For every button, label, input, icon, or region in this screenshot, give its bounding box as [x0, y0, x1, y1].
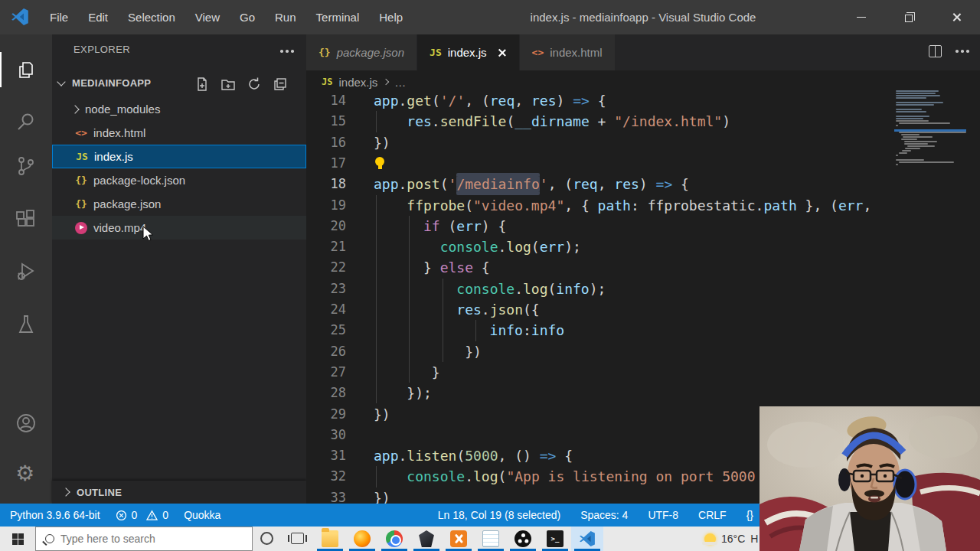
- search-input[interactable]: [60, 533, 237, 545]
- tree-item-index.js[interactable]: JSindex.js: [52, 145, 306, 168]
- folder-section-header[interactable]: MEDIAINFOAPP: [52, 73, 306, 96]
- close-button[interactable]: [933, 0, 980, 34]
- status-item-1[interactable]: Spaces: 4: [580, 509, 628, 521]
- tab-index.js[interactable]: JSindex.js: [417, 34, 519, 70]
- menu-edit[interactable]: Edit: [78, 0, 118, 34]
- js-file-icon: JS: [322, 77, 332, 87]
- start-button[interactable]: [0, 527, 35, 551]
- explorer-more-actions-icon[interactable]: [280, 50, 294, 53]
- code-token: .: [399, 176, 407, 192]
- source-control-icon[interactable]: [15, 155, 37, 177]
- tab-package.json[interactable]: {}package.json: [306, 34, 416, 70]
- settings-gear-icon[interactable]: ⚙: [15, 463, 37, 484]
- menu-help[interactable]: Help: [369, 0, 413, 34]
- explorer-icon[interactable]: [15, 60, 37, 81]
- tree-item-index.html[interactable]: <>index.html: [52, 121, 306, 145]
- indent-guide: [376, 299, 377, 320]
- window-title: index.js - mediainfoapp - Visual Studio …: [531, 0, 756, 34]
- menu-terminal[interactable]: Terminal: [306, 0, 370, 34]
- indent-guide: [409, 279, 410, 299]
- code-line-28[interactable]: });: [374, 383, 894, 403]
- menu-go[interactable]: Go: [230, 0, 265, 34]
- accounts-icon[interactable]: [15, 412, 37, 434]
- tree-item-package-lock.json[interactable]: {}package-lock.json: [52, 168, 306, 192]
- chevron-down-icon: [57, 77, 65, 86]
- taskbar-weather[interactable]: 16°C H: [704, 527, 758, 551]
- taskbar-xampp[interactable]: [443, 527, 475, 551]
- problems-item[interactable]: 0 0: [116, 509, 169, 521]
- code-token: console: [440, 239, 498, 255]
- code-line-19[interactable]: ffprobe("video.mp4", { path: ffprobestat…: [374, 195, 894, 216]
- task-view-icon[interactable]: [291, 533, 304, 544]
- search-icon[interactable]: [15, 111, 37, 132]
- status-item-4[interactable]: {}: [746, 509, 753, 521]
- code-line-15[interactable]: res.sendFile(__dirname + "/index.html"): [374, 111, 894, 132]
- minimap[interactable]: [894, 90, 966, 213]
- taskbar-obsidian[interactable]: [410, 527, 443, 551]
- tree-item-node_modules[interactable]: node_modules: [52, 97, 306, 121]
- cortana-icon[interactable]: [260, 532, 273, 545]
- collapse-folders-icon[interactable]: [273, 77, 288, 92]
- code-line-21[interactable]: console.log(err);: [374, 236, 894, 257]
- code-line-23[interactable]: console.log(info);: [374, 279, 894, 299]
- file-name: index.js: [94, 150, 133, 163]
- minimap-line: [896, 155, 898, 156]
- quokka-item[interactable]: Quokka: [184, 509, 220, 521]
- minimap-line: [896, 164, 898, 165]
- code-line-26[interactable]: }): [374, 341, 894, 362]
- code-line-17[interactable]: [374, 153, 894, 174]
- taskbar-chrome[interactable]: [378, 527, 410, 551]
- testing-icon[interactable]: [15, 314, 37, 335]
- taskbar-obs[interactable]: [507, 527, 539, 551]
- code-line-16[interactable]: }): [374, 132, 894, 153]
- outline-section[interactable]: OUTLINE: [52, 481, 306, 504]
- json-file-icon: {}: [318, 47, 331, 58]
- taskbar-file-explorer[interactable]: [314, 527, 346, 551]
- new-file-icon[interactable]: [194, 77, 210, 92]
- refresh-icon[interactable]: [247, 77, 262, 92]
- menu-run[interactable]: Run: [265, 0, 306, 34]
- code-token: info: [490, 322, 523, 338]
- minimize-button[interactable]: [838, 0, 885, 34]
- extensions-icon[interactable]: [15, 209, 37, 230]
- taskbar-vscode[interactable]: [571, 527, 603, 551]
- taskbar-notepad[interactable]: [475, 527, 507, 551]
- editor-more-actions-icon[interactable]: [956, 50, 969, 53]
- status-item-0[interactable]: Ln 18, Col 19 (8 selected): [438, 509, 560, 521]
- line-number-24: 24: [306, 299, 346, 320]
- split-editor-icon[interactable]: [929, 45, 942, 57]
- code-token: req: [573, 176, 598, 192]
- lightbulb-icon[interactable]: [375, 157, 384, 166]
- tree-item-package.json[interactable]: {}package.json: [52, 192, 306, 216]
- menu-view[interactable]: View: [185, 0, 230, 34]
- taskbar-search[interactable]: [35, 527, 253, 551]
- menu-file[interactable]: File: [40, 0, 78, 34]
- taskbar-firefox[interactable]: [346, 527, 378, 551]
- new-folder-icon[interactable]: [220, 77, 236, 92]
- breadcrumb-more[interactable]: …: [394, 76, 406, 89]
- status-item-2[interactable]: UTF-8: [648, 509, 678, 521]
- python-version-item[interactable]: Python 3.9.6 64-bit: [10, 509, 100, 521]
- tab-index.html[interactable]: <>index.html: [520, 34, 615, 70]
- code-line-22[interactable]: } else {: [374, 257, 894, 278]
- minimap-line: [905, 148, 920, 149]
- taskbar-terminal[interactable]: >_: [539, 527, 571, 551]
- code-token: (: [432, 93, 440, 109]
- menu-selection[interactable]: Selection: [118, 0, 185, 34]
- code-line-24[interactable]: res.json({: [374, 299, 894, 320]
- status-item-3[interactable]: CRLF: [698, 509, 727, 521]
- code-line-20[interactable]: if (err) {: [374, 216, 894, 236]
- close-icon: [952, 12, 962, 22]
- breadcrumb-file[interactable]: index.js: [338, 76, 377, 89]
- run-debug-icon[interactable]: [15, 261, 37, 282]
- tree-item-video.mp4[interactable]: video.mp4: [52, 216, 306, 240]
- minimap-line: [896, 118, 923, 119]
- taskbar-apps: >_: [314, 527, 603, 551]
- editor-gutter: 1415161718192021222324252627282930313233: [306, 90, 374, 504]
- code-line-25[interactable]: info:info: [374, 320, 894, 341]
- code-line-27[interactable]: }: [374, 362, 894, 383]
- code-line-14[interactable]: app.get('/', (req, res) => {: [374, 90, 894, 111]
- code-line-18[interactable]: app.post('/mediainfo', (req, res) => {: [374, 174, 894, 194]
- close-tab-icon[interactable]: [498, 48, 507, 57]
- restore-button[interactable]: [885, 0, 933, 34]
